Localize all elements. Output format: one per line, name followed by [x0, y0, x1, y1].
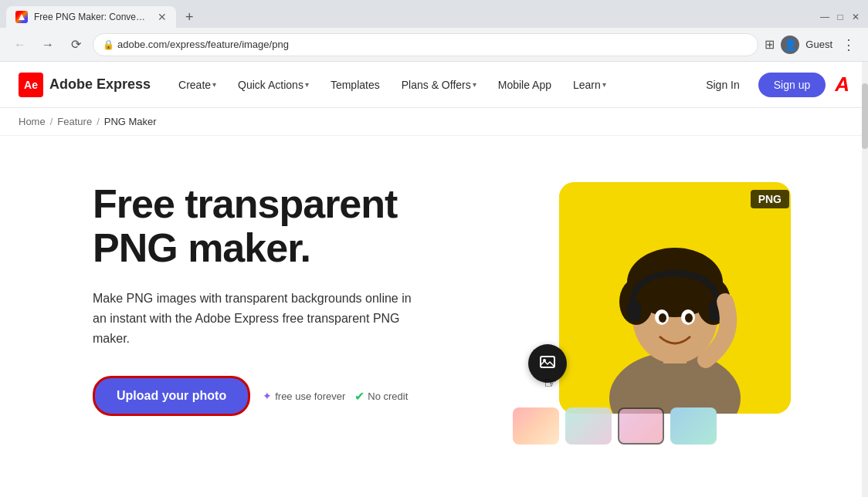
maximize-button[interactable]: □ [834, 11, 846, 23]
tab-close-button[interactable]: ✕ [158, 11, 167, 23]
svg-point-12 [685, 313, 693, 323]
svg-point-11 [659, 313, 666, 323]
sign-up-button[interactable]: Sign up [758, 73, 826, 97]
breadcrumb-separator: / [50, 116, 53, 127]
back-button[interactable]: ← [9, 34, 31, 56]
nav-item-create[interactable]: Create ▾ [169, 73, 225, 97]
no-credit-badge: ✔ No credit [354, 389, 408, 404]
brand-name: Adobe Express [49, 76, 151, 93]
extensions-button[interactable]: ⊞ [765, 37, 775, 52]
thumbnail-4[interactable] [670, 407, 717, 445]
no-credit-badge-text: No credit [368, 390, 408, 402]
tab-bar: Free PNG Maker: Convert a JP ✕ + — □ ✕ [0, 0, 868, 28]
breadcrumb: Home / Feature / PNG Maker [0, 108, 868, 136]
active-tab[interactable]: Free PNG Maker: Convert a JP ✕ [6, 6, 176, 28]
cursor-hand-icon: ☞ [544, 374, 558, 392]
thumbnail-2[interactable] [565, 407, 612, 445]
image-showcase: PNG ☞ [466, 167, 806, 460]
browser-chrome: Free PNG Maker: Convert a JP ✕ + — □ ✕ ←… [0, 0, 868, 62]
image-edit-icon [538, 354, 557, 373]
nav-item-quick-actions[interactable]: Quick Actions ▾ [229, 73, 318, 97]
nav-item-learn[interactable]: Learn ▾ [564, 73, 615, 97]
tab-title: Free PNG Maker: Convert a JP [34, 12, 148, 22]
hero-left: Free transparent PNG maker. Make PNG ima… [93, 167, 420, 416]
chevron-down-icon: ▾ [212, 80, 216, 89]
breadcrumb-separator-2: / [97, 116, 100, 127]
breadcrumb-home[interactable]: Home [19, 116, 46, 127]
free-badge-text: free use forever [275, 390, 345, 402]
thumbnail-strip [513, 407, 717, 445]
address-bar: ← → ⟳ 🔒 adobe.com/express/feature/image/… [0, 28, 868, 62]
upload-photo-button[interactable]: Upload your photo [93, 376, 250, 416]
browser-menu-button[interactable]: ⋮ [839, 33, 859, 56]
free-badge: ✦ free use forever [263, 390, 345, 402]
check-icon: ✔ [354, 389, 364, 404]
new-tab-button[interactable]: + [179, 9, 200, 25]
hero-subtitle: Make PNG images with transparent backgro… [93, 289, 417, 348]
profile-label: Guest [805, 39, 832, 50]
sign-in-button[interactable]: Sign In [697, 73, 749, 97]
hero-right: PNG ☞ [466, 167, 806, 460]
breadcrumb-feature[interactable]: Feature [57, 116, 92, 127]
address-text: adobe.com/express/feature/image/png [117, 39, 289, 50]
chevron-down-icon: ▾ [602, 80, 606, 89]
website-content: Ae Adobe Express Create ▾ Quick Actions … [0, 62, 868, 491]
nav-items: Create ▾ Quick Actions ▾ Templates Plans… [169, 73, 697, 97]
lock-icon: 🔒 [103, 39, 114, 50]
adobe-logo-box: Ae [19, 73, 43, 97]
hero-title: Free transparent PNG maker. [93, 182, 420, 270]
hero-section: Free transparent PNG maker. Make PNG ima… [0, 136, 868, 491]
thumbnail-1[interactable] [513, 407, 559, 445]
main-photo-frame [559, 182, 791, 414]
reload-button[interactable]: ⟳ [65, 34, 86, 56]
site-nav: Ae Adobe Express Create ▾ Quick Actions … [0, 62, 868, 108]
profile-avatar-icon: 👤 [784, 39, 797, 51]
png-badge: PNG [751, 190, 789, 208]
sparkle-icon: ✦ [263, 390, 272, 402]
nav-item-templates[interactable]: Templates [321, 73, 389, 97]
adobe-a-logo: A [835, 73, 849, 96]
minimize-button[interactable]: — [819, 11, 831, 23]
nav-item-mobile[interactable]: Mobile App [489, 73, 561, 97]
scrollbar-track[interactable] [862, 62, 868, 497]
svg-rect-13 [627, 302, 641, 321]
hero-badges: ✦ free use forever ✔ No credit [263, 389, 408, 404]
hero-cta-area: Upload your photo ✦ free use forever ✔ N… [93, 376, 420, 416]
nav-item-plans[interactable]: Plans & Offers ▾ [392, 73, 486, 97]
svg-rect-15 [541, 357, 554, 367]
adobe-logo-inner: Ae [24, 79, 38, 91]
nav-actions: Sign In Sign up A [697, 73, 849, 97]
logo-area[interactable]: Ae Adobe Express [19, 73, 151, 97]
browser-actions: ⊞ 👤 Guest ⋮ [765, 33, 859, 56]
person-illustration [559, 182, 791, 414]
breadcrumb-current: PNG Maker [104, 116, 157, 127]
address-input[interactable]: 🔒 adobe.com/express/feature/image/png [93, 33, 758, 56]
chevron-down-icon: ▾ [305, 80, 309, 89]
scrollbar-thumb[interactable] [862, 83, 868, 149]
thumbnail-3[interactable] [618, 407, 664, 445]
tab-favicon [15, 11, 28, 23]
close-window-button[interactable]: ✕ [849, 11, 862, 23]
forward-button[interactable]: → [37, 34, 59, 56]
profile-icon[interactable]: 👤 [781, 36, 799, 54]
chevron-down-icon: ▾ [473, 80, 476, 89]
